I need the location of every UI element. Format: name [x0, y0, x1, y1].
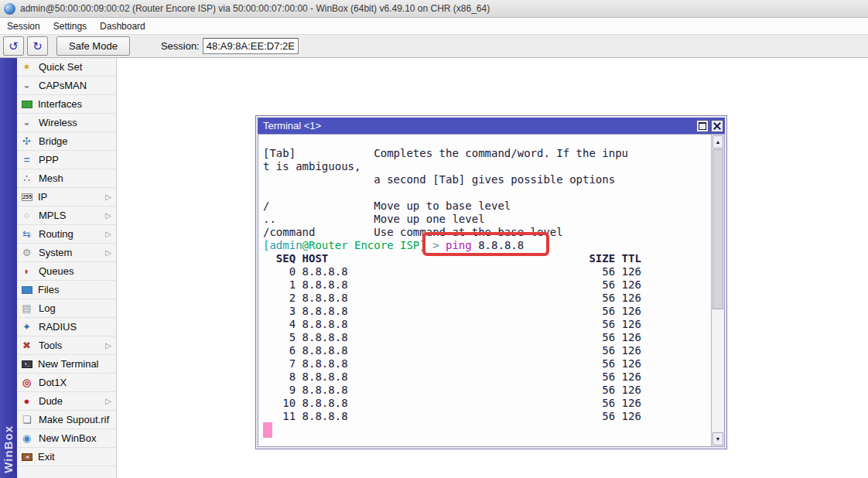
undo-icon: ↺: [9, 39, 19, 53]
redo-button[interactable]: ↻: [27, 36, 48, 56]
sidebar-item-label: Dot1X: [39, 377, 67, 388]
redo-icon: ↻: [32, 39, 43, 53]
sidebar-item-label: Exit: [38, 451, 55, 463]
content-area: WinBox ✶Quick Set◒CAPsMANInterfaces◒Wire…: [0, 58, 868, 478]
submenu-arrow-icon: ▷: [105, 397, 111, 405]
session-field[interactable]: 48:A9:8A:EE:D7:2E: [203, 38, 299, 54]
exit-icon: ◄: [22, 453, 32, 461]
ping-result-row: 7 8.8.8.8 56 126: [263, 357, 711, 370]
submenu-arrow-icon: ▷: [105, 211, 111, 220]
undo-button[interactable]: ↺: [3, 36, 24, 56]
sidebar-item-label: RADIUS: [39, 321, 77, 333]
terminal-output[interactable]: [Tab] Completes the command/word. If the…: [258, 135, 711, 446]
interfaces-icon: [22, 101, 32, 108]
terminal-icon: ›_: [22, 360, 32, 368]
sidebar-item-new-terminal[interactable]: ›_New Terminal: [17, 355, 116, 374]
system-icon: ⚙: [20, 247, 33, 258]
ping-result-row: 9 8.8.8.8 56 126: [263, 384, 711, 397]
prompt-segment: @Router Encore ISP: [302, 239, 420, 251]
sidebar-item-interfaces[interactable]: Interfaces: [17, 95, 116, 114]
terminal-line: /command Use command at the base level: [263, 226, 711, 239]
maximize-icon[interactable]: [696, 120, 709, 132]
ping-result-row: 10 8.8.8.8 56 126: [263, 397, 711, 410]
sidebar-item-quick-set[interactable]: ✶Quick Set: [17, 58, 116, 77]
terminal-title-bar[interactable]: Terminal <1>: [258, 118, 725, 134]
sidebar-item-new-winbox[interactable]: ◉New WinBox: [17, 429, 116, 448]
sidebar-item-routing[interactable]: ⇆Routing▷: [17, 225, 116, 244]
sidebar-item-radius[interactable]: ✦RADIUS: [17, 318, 116, 336]
sidebar-item-label: Wireless: [39, 117, 77, 128]
sidebar-item-label: Files: [38, 284, 59, 295]
ping-result-row: 5 8.8.8.8 56 126: [263, 331, 711, 344]
terminal-cursor: [263, 422, 272, 438]
sidebar-item-dot1x[interactable]: ◎Dot1X: [17, 374, 116, 392]
sidebar-item-exit[interactable]: ◄Exit: [17, 448, 116, 466]
submenu-arrow-icon: ▷: [105, 230, 111, 238]
sidebar-item-dude[interactable]: ●Dude▷: [17, 392, 116, 411]
scroll-up-icon[interactable]: ▲: [713, 135, 723, 149]
ping-result-row: 6 8.8.8.8 56 126: [263, 344, 711, 357]
terminal-scrollbar[interactable]: ▲ ▼: [711, 135, 724, 446]
sidebar-item-tools[interactable]: ✖Tools▷: [17, 336, 116, 355]
prompt-segment: ping: [446, 239, 472, 251]
terminal-prompt-line: [admin@Router Encore ISP] > ping 8.8.8.8: [263, 239, 711, 252]
terminal-line: SEQ HOST SIZE TTL: [263, 252, 711, 265]
sidebar-item-label: CAPsMAN: [39, 80, 87, 91]
window-title: admin@50:00:00:09:00:02 (Router Encore I…: [20, 3, 490, 14]
terminal-line: t is ambiguous,: [263, 160, 711, 173]
ping-result-row: 0 8.8.8.8 56 126: [263, 265, 711, 278]
sidebar-item-label: Bridge: [39, 135, 68, 147]
ping-result-row: 3 8.8.8.8 56 126: [263, 305, 711, 318]
dot1x-icon: ◎: [20, 377, 33, 388]
sidebar-item-label: Routing: [39, 228, 73, 240]
sidebar-item-log[interactable]: ▤Log: [17, 299, 116, 318]
menu-item-session[interactable]: Session: [7, 21, 40, 32]
sidebar-item-files[interactable]: Files: [17, 281, 116, 299]
sidebar-item-label: Interfaces: [38, 98, 82, 110]
routing-icon: ⇆: [20, 228, 33, 240]
sidebar-item-ip[interactable]: 255IP▷: [17, 188, 116, 207]
sidebar-item-label: New Terminal: [38, 358, 99, 370]
ppp-icon: =: [20, 154, 33, 166]
sidebar-item-queues[interactable]: ◗Queues: [17, 262, 116, 281]
sidebar-item-bridge[interactable]: ✣Bridge: [17, 132, 116, 151]
scrollbar-thumb[interactable]: [713, 149, 723, 309]
sidebar: WinBox ✶Quick Set◒CAPsMANInterfaces◒Wire…: [0, 58, 117, 478]
sidebar-item-label: Queues: [39, 265, 74, 277]
capsman-icon: ◒: [20, 80, 33, 91]
terminal-line: a second [Tab] gives possible options: [263, 173, 711, 186]
sidebar-item-system[interactable]: ⚙System▷: [17, 244, 116, 262]
close-icon[interactable]: [711, 120, 723, 132]
safe-mode-button[interactable]: Safe Mode: [56, 36, 130, 56]
sidebar-item-label: Dude: [39, 395, 63, 407]
terminal-line: / Move up to base level: [263, 200, 711, 213]
sidebar-item-label: Tools: [39, 340, 62, 351]
prompt-segment: >: [432, 239, 446, 251]
sidebar-item-capsman[interactable]: ◒CAPsMAN: [17, 77, 116, 95]
sidebar-item-label: PPP: [39, 154, 59, 166]
sidebar-item-label: Log: [39, 302, 56, 314]
sidebar-item-label: IP: [38, 191, 47, 203]
menu-item-dashboard[interactable]: Dashboard: [100, 21, 145, 32]
sidebar-item-label: MPLS: [39, 210, 66, 221]
prompt-segment: ]: [419, 239, 432, 251]
terminal-line: [Tab] Completes the command/word. If the…: [263, 147, 711, 160]
sidebar-item-label: New WinBox: [39, 432, 96, 444]
winbox-brand-text: WinBox: [2, 425, 15, 473]
submenu-arrow-icon: ▷: [105, 248, 111, 257]
winbox-logo-icon: [4, 3, 15, 15]
sidebar-item-mesh[interactable]: ∴Mesh: [17, 169, 116, 188]
wand-icon: ✶: [20, 61, 33, 73]
ping-result-row: 11 8.8.8.8 56 126: [263, 410, 711, 423]
sidebar-item-ppp[interactable]: =PPP: [17, 151, 116, 169]
terminal-window: Terminal <1> [Tab] Completes the command…: [255, 115, 727, 449]
supout-icon: ❏: [20, 414, 33, 425]
scroll-down-icon[interactable]: ▼: [713, 432, 723, 446]
sidebar-item-label: Quick Set: [39, 61, 82, 73]
tools-icon: ✖: [20, 340, 33, 351]
sidebar-item-make-supout[interactable]: ❏Make Supout.rif: [17, 411, 116, 429]
menu-item-settings[interactable]: Settings: [53, 21, 87, 32]
sidebar-item-wireless[interactable]: ◒Wireless: [17, 114, 116, 132]
sidebar-item-mpls[interactable]: ○MPLS▷: [17, 207, 116, 225]
files-icon: [22, 286, 32, 294]
